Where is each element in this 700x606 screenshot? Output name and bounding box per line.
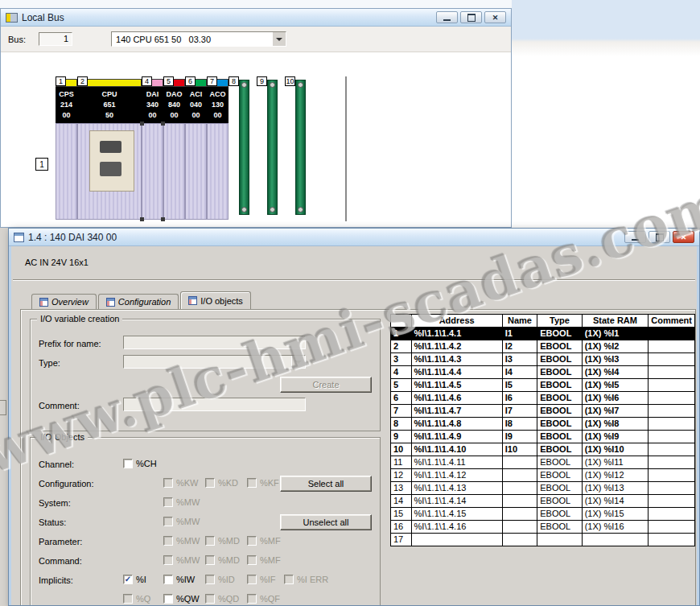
table-cell: %I\1.1\1.4.7	[411, 405, 502, 418]
checkbox-label: %QD	[218, 594, 239, 604]
checkbox-item: %MF	[247, 536, 281, 546]
dialog-minimize-button[interactable]	[624, 231, 646, 243]
dialog-maximize-button[interactable]	[649, 231, 670, 243]
table-row[interactable]: 6%I\1.1\1.4.6I6EBOOL(1X) %I6	[391, 392, 695, 405]
table-row[interactable]: 5%I\1.1\1.4.5I5EBOOL(1X) %I5	[391, 379, 695, 392]
table-row[interactable]: 10%I\1.1\1.4.10I10EBOOL(1X) %I10	[391, 443, 695, 456]
dialog-titlebar[interactable]: 1.4 : 140 DAI 340 00	[9, 229, 699, 246]
module-body	[142, 123, 163, 220]
checkbox	[205, 536, 215, 546]
table-row[interactable]: 12%I\1.1\1.4.12EBOOL(1X) %I12	[391, 469, 695, 482]
table-row[interactable]: 13%I\1.1\1.4.13EBOOL(1X) %I13	[391, 482, 695, 495]
select-all-button[interactable]: Select all	[280, 476, 372, 492]
table-cell: I9	[502, 431, 537, 443]
table-cell: I2	[502, 340, 537, 353]
table-row[interactable]: 17	[391, 534, 695, 546]
checkbox[interactable]	[163, 594, 173, 604]
rack-module[interactable]: 5DAO84000	[163, 76, 185, 221]
table-cell: (1X) %I4	[582, 366, 649, 379]
screw-icon	[241, 207, 247, 212]
rack-module[interactable]: 2CPU65150	[77, 76, 142, 221]
table-row[interactable]: 2%I\1.1\1.4.2I2EBOOL(1X) %I2	[391, 340, 695, 353]
tab-configuration[interactable]: Configuration	[98, 294, 179, 309]
local-bus-icon	[6, 13, 18, 23]
checkbox	[123, 594, 133, 604]
unselect-all-button[interactable]: Unselect all	[280, 514, 372, 530]
minimize-button[interactable]	[436, 11, 458, 23]
create-button: Create	[280, 377, 372, 393]
table-row[interactable]: 1%I\1.1\1.4.1I1EBOOL(1X) %I1	[391, 328, 695, 340]
cpu-connector-panel	[89, 130, 134, 192]
cpu-combobox-button[interactable]	[272, 32, 286, 46]
table-cell	[582, 534, 649, 546]
column-header: Type	[537, 315, 582, 328]
bus-number-field[interactable]: 1	[39, 32, 72, 46]
module-label: ACI04000	[185, 87, 207, 123]
table-cell	[411, 534, 502, 546]
io-objects-row: Command:%MW%MD%MF	[31, 552, 380, 571]
checkbox-checked[interactable]	[123, 575, 133, 584]
checkbox-item[interactable]: %I	[123, 575, 146, 584]
rack-module[interactable]: 1CPS21400	[56, 76, 77, 221]
checkbox	[247, 478, 257, 488]
comment-input[interactable]	[123, 398, 306, 411]
rack-module[interactable]: 4DAI34000	[142, 76, 163, 221]
slot-number: 2	[77, 76, 88, 86]
table-cell: 16	[391, 521, 412, 534]
close-button[interactable]	[484, 11, 506, 23]
table-row[interactable]: 14%I\1.1\1.4.14EBOOL(1X) %I14	[391, 495, 695, 508]
dialog-window-controls	[624, 231, 694, 243]
checkbox-item: %MW	[163, 555, 200, 565]
cpu-combobox[interactable]: 140 CPU 651 50 03.30	[111, 31, 286, 47]
table-cell: I5	[502, 379, 537, 392]
table-row[interactable]: 9%I\1.1\1.4.9I9EBOOL(1X) %I9	[391, 431, 695, 443]
checkbox-item[interactable]: %IW	[163, 575, 195, 584]
table-cell: (1X) %I10	[582, 443, 649, 456]
rack-module[interactable]: 6ACI04000	[185, 76, 207, 221]
checkbox-label: %MW	[176, 536, 200, 546]
tab-overview[interactable]: Overview	[31, 294, 97, 309]
table-row[interactable]: 8%I\1.1\1.4.8I8EBOOL(1X) %I8	[391, 418, 695, 431]
table-row[interactable]: 16%I\1.1\1.4.16EBOOL(1X) %I16	[391, 521, 695, 534]
table-row[interactable]: 7%I\1.1\1.4.7I7EBOOL(1X) %I7	[391, 405, 695, 418]
checkbox-label: %MD	[218, 536, 240, 546]
column-header	[391, 315, 412, 328]
checkbox-item: %KW	[163, 478, 199, 488]
type-dropdown[interactable]	[123, 355, 306, 369]
table-row[interactable]: 11%I\1.1\1.4.11EBOOL(1X) %I11	[391, 456, 695, 469]
left-edge-handle[interactable]	[0, 400, 6, 415]
selection-handle	[161, 122, 165, 126]
prefix-input[interactable]	[123, 336, 306, 349]
selection-handle	[140, 217, 144, 221]
checkbox-item[interactable]: %QW	[163, 594, 200, 604]
table-row[interactable]: 4%I\1.1\1.4.4I4EBOOL(1X) %I4	[391, 366, 695, 379]
table-cell: EBOOL	[537, 418, 582, 431]
table-cell: 8	[391, 418, 412, 431]
checkbox-label: %MW	[176, 497, 200, 507]
table-row[interactable]: 15%I\1.1\1.4.15EBOOL(1X) %I15	[391, 508, 695, 521]
module-label-line: 214	[56, 100, 77, 110]
table-cell: I10	[502, 443, 537, 456]
table-cell: %I\1.1\1.4.8	[411, 418, 502, 431]
dropdown-arrow-icon	[295, 361, 302, 364]
checkbox	[163, 536, 173, 546]
table-cell: 3	[391, 353, 412, 366]
table-cell: 17	[391, 534, 412, 546]
dialog-close-button[interactable]	[673, 231, 694, 243]
io-objects-rows: Channel:%CHConfiguration:%KW%KD%KFSelect…	[31, 456, 380, 605]
screw-icon	[298, 82, 303, 88]
slot-number: 4	[142, 76, 152, 86]
module-body	[163, 123, 185, 220]
table-cell	[649, 340, 695, 353]
tab-i-o-objects[interactable]: I/O objects	[180, 291, 251, 309]
checkbox[interactable]	[163, 575, 173, 584]
table-row[interactable]: 3%I\1.1\1.4.3I3EBOOL(1X) %I3	[391, 353, 695, 366]
local-bus-window-controls	[436, 11, 506, 23]
rack-module[interactable]: 7ACO13000	[207, 76, 229, 221]
tab-label: Configuration	[118, 297, 171, 307]
table-cell: EBOOL	[537, 495, 582, 508]
checkbox-item[interactable]: %CH	[123, 459, 157, 468]
checkbox[interactable]	[123, 459, 133, 468]
local-bus-titlebar[interactable]: Local Bus	[1, 9, 511, 27]
maximize-button[interactable]	[460, 11, 482, 23]
